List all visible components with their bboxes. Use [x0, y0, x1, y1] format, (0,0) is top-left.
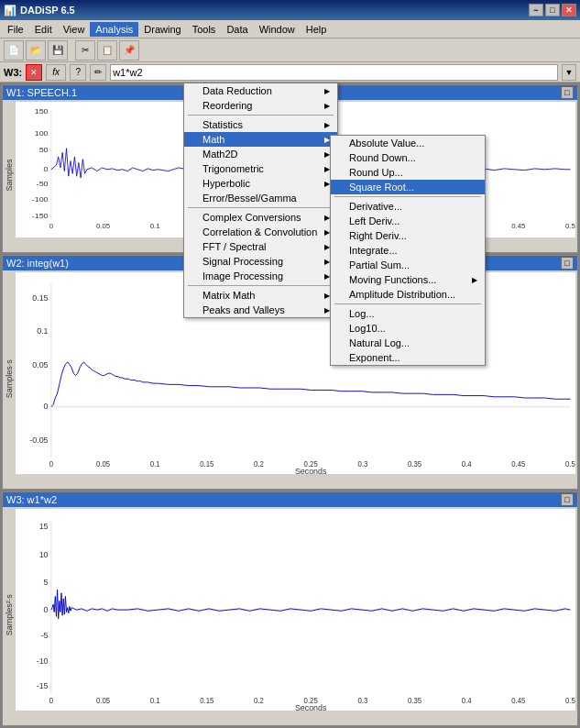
menu-trigonometric[interactable]: Trigonometric ▶ [184, 161, 337, 176]
chart-w3-y-label: Samples²·s [3, 507, 16, 723]
menu-reordering[interactable]: Reordering ▶ [184, 98, 337, 113]
close-button[interactable]: ✕ [562, 4, 576, 17]
menu-help[interactable]: Help [301, 22, 333, 37]
chart-w2-y-label: Samples·s [3, 270, 16, 487]
new-button[interactable]: 📄 [4, 40, 24, 61]
menu-image-processing[interactable]: Image Processing ▶ [184, 269, 337, 283]
menu-peaks-valleys[interactable]: Peaks and Valleys ▶ [184, 303, 337, 317]
chart-w3-header: W3: w1*w2 □ [3, 492, 577, 507]
menu-data-reduction[interactable]: Data Reduction ▶ [184, 83, 337, 98]
moving-functions-arrow: ▶ [472, 276, 477, 284]
menu-moving-functions[interactable]: Moving Functions... ▶ [331, 272, 485, 287]
svg-text:0.35: 0.35 [408, 696, 422, 704]
menu-left-deriv[interactable]: Left Deriv... [331, 214, 485, 228]
chart-w3-title: W3: w1*w2 [6, 494, 57, 505]
svg-text:0.1: 0.1 [150, 459, 160, 468]
menu-math[interactable]: Math ▶ [184, 132, 337, 147]
formula-label: W3: [4, 67, 22, 78]
menu-log10[interactable]: Log10... [331, 321, 485, 336]
menu-integrate[interactable]: Integrate... [331, 243, 485, 258]
formula-dropdown-button[interactable]: ▼ [562, 64, 576, 81]
menu-analysis[interactable]: Analysis [90, 22, 138, 37]
menu-natural-log[interactable]: Natural Log... [331, 336, 485, 350]
menu-round-up[interactable]: Round Up... [331, 165, 485, 180]
menu-complex-conversions[interactable]: Complex Conversions ▶ [184, 210, 337, 225]
formula-bar: W3: ✕ fx ? ✏ ▼ [0, 62, 580, 83]
menu-absolute-value[interactable]: Absolute Value... [331, 136, 485, 150]
svg-text:15: 15 [39, 521, 49, 530]
formula-cancel-button[interactable]: ✕ [26, 64, 42, 81]
menu-amplitude-distribution[interactable]: Amplitude Distribution... [331, 287, 485, 302]
svg-text:0.3: 0.3 [357, 696, 367, 704]
menu-exponent[interactable]: Exponent... [331, 350, 485, 365]
svg-text:0.05: 0.05 [32, 359, 48, 369]
main-area: W1: SPEECH.1 □ Samples 150 100 50 0 -50 [0, 83, 580, 728]
svg-text:0.5: 0.5 [565, 696, 575, 704]
analysis-menu[interactable]: Data Reduction ▶ Reordering ▶ Statistics… [183, 83, 338, 318]
formula-input[interactable] [110, 64, 558, 81]
svg-text:0: 0 [49, 696, 54, 704]
menu-tools[interactable]: Tools [187, 22, 222, 37]
cut-button[interactable]: ✂ [75, 40, 95, 61]
title-bar-left: 📊 DADiSP 6.5 [4, 5, 75, 17]
menu-derivative[interactable]: Derivative... [331, 199, 485, 214]
chart-w3-restore-button[interactable]: □ [561, 493, 574, 506]
sep2 [188, 207, 334, 208]
maximize-button[interactable]: □ [545, 4, 560, 17]
chart-w3: W3: w1*w2 □ Samples²·s 15 10 5 0 -5 -10 [2, 491, 578, 726]
svg-text:-15: -15 [37, 680, 49, 689]
menu-drawing[interactable]: Drawing [138, 22, 186, 37]
menu-error-bessel[interactable]: Error/Bessel/Gamma [184, 191, 337, 205]
menu-signal-processing[interactable]: Signal Processing ▶ [184, 254, 337, 269]
menu-file[interactable]: File [2, 22, 29, 37]
save-button[interactable]: 💾 [48, 40, 68, 61]
minimize-button[interactable]: − [529, 4, 543, 17]
svg-text:0.15: 0.15 [200, 696, 214, 704]
menu-data[interactable]: Data [221, 22, 253, 37]
chart-w2-restore-button[interactable]: □ [561, 257, 574, 270]
sep3 [188, 285, 334, 286]
svg-text:0.5: 0.5 [565, 224, 575, 230]
menu-edit[interactable]: Edit [29, 22, 58, 37]
menu-window[interactable]: Window [254, 22, 301, 37]
svg-text:0.05: 0.05 [96, 696, 111, 704]
menu-log[interactable]: Log... [331, 306, 485, 321]
svg-text:0.5: 0.5 [565, 459, 575, 468]
menu-square-root[interactable]: Square Root... [331, 180, 485, 194]
formula-help-button[interactable]: ? [70, 64, 86, 81]
svg-text:-10: -10 [37, 656, 49, 665]
menu-math2d[interactable]: Math2D ▶ [184, 147, 337, 161]
math-submenu[interactable]: Absolute Value... Round Down... Round Up… [330, 135, 486, 366]
svg-text:100: 100 [35, 130, 49, 138]
svg-text:0.1: 0.1 [150, 696, 160, 704]
formula-fx-button[interactable]: fx [46, 64, 66, 81]
svg-text:0: 0 [44, 165, 49, 172]
menu-hyperbolic[interactable]: Hyperbolic ▶ [184, 176, 337, 191]
menu-correlation[interactable]: Correlation & Convolution ▶ [184, 225, 337, 239]
menu-matrix-math[interactable]: Matrix Math ▶ [184, 288, 337, 303]
svg-text:0.3: 0.3 [357, 459, 367, 468]
menu-right-deriv[interactable]: Right Deriv... [331, 228, 485, 243]
formula-edit-button[interactable]: ✏ [90, 64, 106, 81]
svg-text:10: 10 [39, 549, 49, 558]
menu-partial-sum[interactable]: Partial Sum... [331, 258, 485, 272]
menu-fft[interactable]: FFT / Spectral ▶ [184, 239, 337, 254]
svg-text:0.45: 0.45 [511, 224, 525, 230]
svg-text:50: 50 [39, 147, 49, 154]
menu-bar: File Edit View Analysis Drawing Tools Da… [0, 20, 580, 39]
chart-w1-restore-button[interactable]: □ [561, 86, 574, 99]
svg-text:0.35: 0.35 [408, 459, 422, 468]
chart-w2-title: W2: integ(w1) [6, 258, 69, 269]
menu-round-down[interactable]: Round Down... [331, 150, 485, 165]
svg-text:0: 0 [44, 604, 49, 613]
menu-view[interactable]: View [58, 22, 91, 37]
menu-statistics[interactable]: Statistics ▶ [184, 117, 337, 132]
open-button[interactable]: 📂 [26, 40, 46, 61]
data-reduction-arrow: ▶ [324, 87, 330, 95]
title-bar-controls[interactable]: − □ ✕ [529, 4, 576, 17]
svg-text:Seconds: Seconds [295, 466, 327, 473]
copy-button[interactable]: 📋 [97, 40, 117, 61]
paste-button[interactable]: 📌 [119, 40, 139, 61]
svg-text:-100: -100 [32, 196, 49, 204]
svg-text:150: 150 [35, 108, 49, 116]
